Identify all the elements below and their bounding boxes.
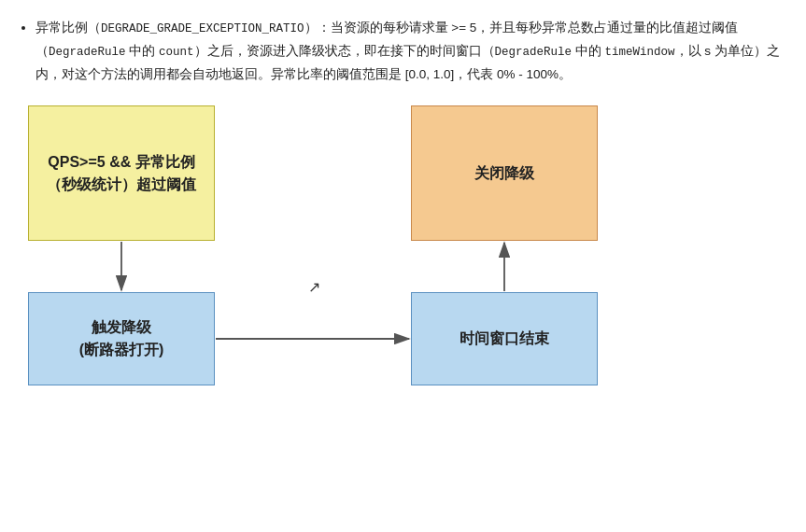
- trigger-degrade-label: 触发降级(断路器打开): [79, 316, 164, 361]
- condition-box: QPS>=5 && 异常比例（秒级统计）超过阈值: [28, 105, 215, 241]
- trigger-degrade-box: 触发降级(断路器打开): [28, 292, 215, 385]
- code-time-window: timeWindow: [605, 46, 675, 59]
- time-window-label: 时间窗口结束: [460, 328, 549, 350]
- condition-box-label: QPS>=5 && 异常比例（秒级统计）超过阈值: [38, 151, 205, 196]
- description-section: 异常比例（DEGRADE_GRADE_EXCEPTION_RATIO）：当资源的…: [19, 17, 787, 85]
- time-window-box: 时间窗口结束: [411, 292, 598, 385]
- cursor: ↗: [308, 278, 320, 296]
- close-degrade-box: 关闭降级: [411, 105, 598, 241]
- code-degrade-rule-1: DegradeRule: [49, 46, 126, 59]
- close-degrade-label: 关闭降级: [474, 162, 534, 185]
- code-degrade-grade: DEGRADE_GRADE_EXCEPTION_RATIO: [101, 22, 304, 35]
- description-bullet: 异常比例（DEGRADE_GRADE_EXCEPTION_RATIO）：当资源的…: [35, 17, 787, 85]
- flow-diagram: QPS>=5 && 异常比例（秒级统计）超过阈值 关闭降级 触发降级(断路器打开…: [19, 105, 747, 395]
- code-degrade-rule-2: DegradeRule: [495, 46, 573, 59]
- code-count: count: [159, 46, 194, 59]
